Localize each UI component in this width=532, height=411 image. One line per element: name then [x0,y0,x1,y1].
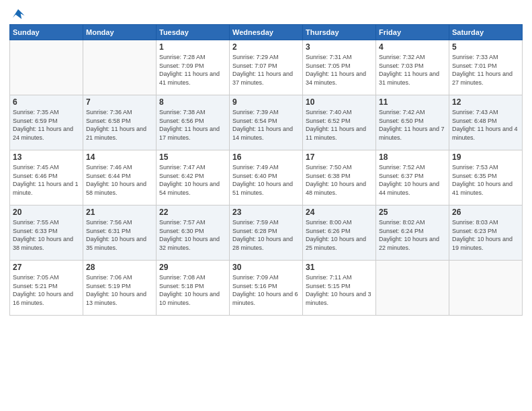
page: SundayMondayTuesdayWednesdayThursdayFrid… [0,0,532,411]
day-info: Sunrise: 7:56 AM Sunset: 6:31 PM Dayligh… [86,218,153,252]
day-info: Sunrise: 8:03 AM Sunset: 6:23 PM Dayligh… [452,218,519,252]
day-info: Sunrise: 7:46 AM Sunset: 6:44 PM Dayligh… [86,163,153,197]
day-info: Sunrise: 7:42 AM Sunset: 6:50 PM Dayligh… [379,108,446,142]
calendar-cell: 20Sunrise: 7:55 AM Sunset: 6:33 PM Dayli… [10,205,83,261]
day-number: 2 [232,42,300,52]
day-number: 4 [379,42,446,52]
calendar-cell [449,261,523,316]
day-info: Sunrise: 7:33 AM Sunset: 7:01 PM Dayligh… [452,53,519,87]
day-info: Sunrise: 8:02 AM Sunset: 6:24 PM Dayligh… [379,218,446,252]
calendar-cell [10,40,83,95]
day-info: Sunrise: 7:36 AM Sunset: 6:58 PM Dayligh… [86,108,153,142]
day-info: Sunrise: 7:29 AM Sunset: 7:07 PM Dayligh… [232,53,300,87]
calendar-day-header: Wednesday [230,25,303,40]
calendar-cell: 6Sunrise: 7:35 AM Sunset: 6:59 PM Daylig… [10,95,83,150]
day-number: 15 [159,152,226,162]
calendar-cell: 16Sunrise: 7:49 AM Sunset: 6:40 PM Dayli… [230,150,303,205]
calendar-cell: 24Sunrise: 8:00 AM Sunset: 6:26 PM Dayli… [303,205,376,261]
calendar-cell: 23Sunrise: 7:59 AM Sunset: 6:28 PM Dayli… [230,205,303,261]
calendar-cell: 28Sunrise: 7:06 AM Sunset: 5:19 PM Dayli… [83,261,157,316]
calendar-cell: 27Sunrise: 7:05 AM Sunset: 5:21 PM Dayli… [10,261,83,316]
day-number: 1 [159,42,226,52]
calendar-cell: 11Sunrise: 7:42 AM Sunset: 6:50 PM Dayli… [376,95,449,150]
calendar-cell: 25Sunrise: 8:02 AM Sunset: 6:24 PM Dayli… [376,205,449,261]
calendar-cell: 3Sunrise: 7:31 AM Sunset: 7:05 PM Daylig… [303,40,376,95]
day-number: 9 [232,97,300,107]
day-info: Sunrise: 7:11 AM Sunset: 5:15 PM Dayligh… [306,273,373,307]
day-info: Sunrise: 7:43 AM Sunset: 6:48 PM Dayligh… [452,108,519,142]
calendar-cell: 2Sunrise: 7:29 AM Sunset: 7:07 PM Daylig… [230,40,303,95]
day-info: Sunrise: 7:09 AM Sunset: 5:16 PM Dayligh… [232,273,300,307]
day-number: 25 [379,208,446,217]
header [9,7,523,20]
day-info: Sunrise: 7:35 AM Sunset: 6:59 PM Dayligh… [13,108,80,142]
calendar-cell: 29Sunrise: 7:08 AM Sunset: 5:18 PM Dayli… [157,261,230,316]
day-number: 12 [452,97,519,107]
day-number: 10 [306,97,373,107]
day-info: Sunrise: 7:08 AM Sunset: 5:18 PM Dayligh… [159,273,226,307]
calendar-cell: 13Sunrise: 7:45 AM Sunset: 6:46 PM Dayli… [10,150,83,205]
day-number: 16 [232,152,300,162]
calendar-cell: 12Sunrise: 7:43 AM Sunset: 6:48 PM Dayli… [449,95,523,150]
calendar-day-header: Tuesday [157,25,230,40]
calendar-day-header: Sunday [10,25,83,40]
calendar-header-row: SundayMondayTuesdayWednesdayThursdayFrid… [10,25,523,40]
calendar-cell: 9Sunrise: 7:39 AM Sunset: 6:54 PM Daylig… [230,95,303,150]
calendar-cell: 4Sunrise: 7:32 AM Sunset: 7:03 PM Daylig… [376,40,449,95]
calendar-cell: 8Sunrise: 7:38 AM Sunset: 6:56 PM Daylig… [157,95,230,150]
calendar-cell: 1Sunrise: 7:28 AM Sunset: 7:09 PM Daylig… [157,40,230,95]
calendar-cell: 21Sunrise: 7:56 AM Sunset: 6:31 PM Dayli… [83,205,157,261]
day-number: 19 [452,152,519,162]
day-number: 21 [86,208,153,217]
day-info: Sunrise: 7:47 AM Sunset: 6:42 PM Dayligh… [159,163,226,197]
calendar-cell: 31Sunrise: 7:11 AM Sunset: 5:15 PM Dayli… [303,261,376,316]
day-info: Sunrise: 7:05 AM Sunset: 5:21 PM Dayligh… [13,273,80,307]
calendar-day-header: Friday [376,25,449,40]
logo-bird-icon [11,7,26,21]
day-info: Sunrise: 7:55 AM Sunset: 6:33 PM Dayligh… [13,218,80,252]
day-number: 13 [13,152,80,162]
day-info: Sunrise: 7:53 AM Sunset: 6:35 PM Dayligh… [452,163,519,197]
day-info: Sunrise: 7:57 AM Sunset: 6:30 PM Dayligh… [159,218,226,252]
calendar-cell: 15Sunrise: 7:47 AM Sunset: 6:42 PM Dayli… [157,150,230,205]
day-number: 28 [86,263,153,272]
calendar-cell: 19Sunrise: 7:53 AM Sunset: 6:35 PM Dayli… [449,150,523,205]
day-number: 3 [306,42,373,52]
day-info: Sunrise: 7:49 AM Sunset: 6:40 PM Dayligh… [232,163,300,197]
calendar-cell: 17Sunrise: 7:50 AM Sunset: 6:38 PM Dayli… [303,150,376,205]
calendar-cell [83,40,157,95]
day-info: Sunrise: 7:32 AM Sunset: 7:03 PM Dayligh… [379,53,446,87]
logo [9,7,26,21]
day-info: Sunrise: 7:45 AM Sunset: 6:46 PM Dayligh… [13,163,80,197]
calendar-cell: 10Sunrise: 7:40 AM Sunset: 6:52 PM Dayli… [303,95,376,150]
day-number: 7 [86,97,153,107]
day-info: Sunrise: 7:31 AM Sunset: 7:05 PM Dayligh… [306,53,373,87]
calendar-cell: 5Sunrise: 7:33 AM Sunset: 7:01 PM Daylig… [449,40,523,95]
svg-marker-0 [13,9,25,19]
calendar-day-header: Saturday [449,25,523,40]
day-number: 17 [306,152,373,162]
calendar-cell: 7Sunrise: 7:36 AM Sunset: 6:58 PM Daylig… [83,95,157,150]
calendar-cell [376,261,449,316]
day-number: 22 [159,208,226,217]
day-info: Sunrise: 7:38 AM Sunset: 6:56 PM Dayligh… [159,108,226,142]
day-number: 24 [306,208,373,217]
day-info: Sunrise: 7:59 AM Sunset: 6:28 PM Dayligh… [232,218,300,252]
calendar-cell: 22Sunrise: 7:57 AM Sunset: 6:30 PM Dayli… [157,205,230,261]
day-info: Sunrise: 7:52 AM Sunset: 6:37 PM Dayligh… [379,163,446,197]
day-number: 23 [232,208,300,217]
day-info: Sunrise: 8:00 AM Sunset: 6:26 PM Dayligh… [306,218,373,252]
day-number: 5 [452,42,519,52]
day-number: 27 [13,263,80,272]
day-info: Sunrise: 7:28 AM Sunset: 7:09 PM Dayligh… [159,53,226,87]
calendar-cell: 18Sunrise: 7:52 AM Sunset: 6:37 PM Dayli… [376,150,449,205]
calendar-table: SundayMondayTuesdayWednesdayThursdayFrid… [9,24,523,316]
day-number: 11 [379,97,446,107]
day-number: 30 [232,263,300,272]
day-info: Sunrise: 7:50 AM Sunset: 6:38 PM Dayligh… [306,163,373,197]
day-number: 18 [379,152,446,162]
day-number: 6 [13,97,80,107]
day-number: 31 [306,263,373,272]
calendar-cell: 14Sunrise: 7:46 AM Sunset: 6:44 PM Dayli… [83,150,157,205]
day-info: Sunrise: 7:40 AM Sunset: 6:52 PM Dayligh… [306,108,373,142]
